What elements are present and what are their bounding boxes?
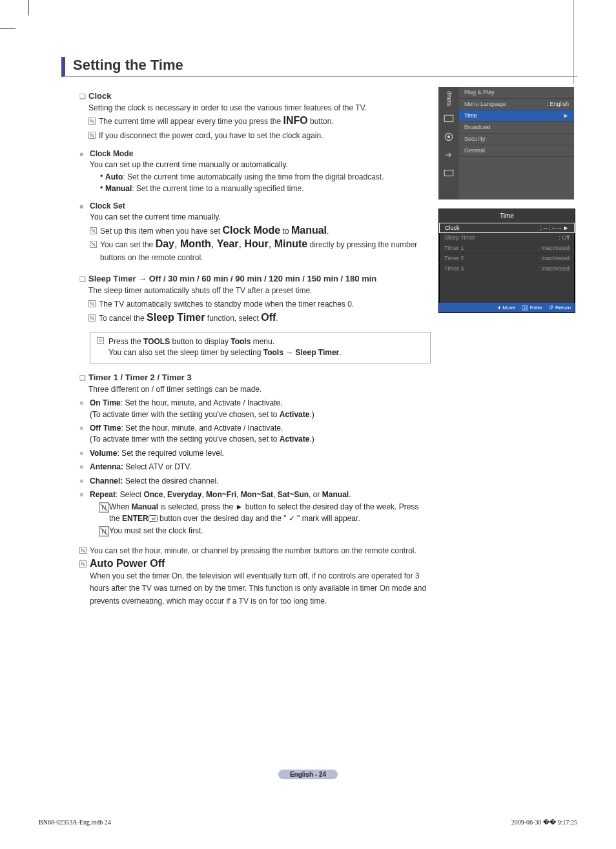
note-icon: N (88, 130, 99, 141)
heading-clock: Clock (88, 91, 431, 101)
left-column: ❏ Clock Setting the clock is necessary i… (61, 87, 438, 608)
enter-icon (149, 514, 158, 520)
crop-mark (573, 0, 574, 84)
osd-row: Timer 2: Inactivated (439, 254, 575, 264)
osd-return-hint: ↺ Return (549, 305, 571, 311)
gear-icon (443, 131, 455, 143)
crop-mark (28, 0, 29, 15)
text: To cancel the Sleep Timer function, sele… (99, 312, 431, 324)
svg-text:N: N (90, 315, 94, 321)
box-icon: ❏ (79, 275, 88, 325)
tools-icon (97, 337, 108, 359)
osd-time-menu: Time Clock: -- : -- -- ►Sleep Timer: Off… (438, 209, 575, 313)
box-icon: ❏ (79, 92, 88, 143)
osd-setup-menu: Setup Plug & PlayMenu Language: EnglishT… (438, 87, 574, 199)
osd-menu-item: Broadcast (459, 122, 574, 134)
section-clock-mode: ■ Clock Mode You can set up the current … (79, 149, 431, 195)
svg-text:N: N (81, 561, 85, 567)
note-icon: N (99, 502, 109, 524)
square-icon: ■ (79, 463, 90, 473)
text: Volume: Set the required volume level. (90, 448, 431, 459)
heading-sleep-timer: Sleep Timer → Off / 30 min / 60 min / 90… (88, 274, 431, 283)
svg-point-13 (99, 340, 102, 342)
manual-page: Setting the Time ❏ Clock Setting the clo… (0, 0, 616, 849)
svg-text:N: N (81, 547, 85, 553)
input-icon (443, 149, 455, 161)
square-icon: ■ (79, 399, 90, 420)
text: You can set the Day, Month, Year, Hour, … (100, 238, 431, 263)
text: •Auto: Set the current time automaticall… (98, 172, 431, 183)
svg-text:N: N (92, 241, 95, 247)
square-icon: ■ (79, 150, 90, 195)
text: The TV automatically switches to standby… (99, 298, 431, 310)
svg-text:N: N (92, 228, 95, 234)
osd-move-hint: ♦ Move (498, 305, 515, 311)
text: You can set the current time manually. (90, 212, 431, 223)
svg-text:N: N (90, 132, 94, 138)
square-icon: ■ (79, 424, 90, 445)
svg-rect-23 (444, 115, 453, 121)
heading-timers: Timer 1 / Timer 2 / Timer 3 (88, 373, 431, 382)
text: Antenna: Select ATV or DTV. (90, 462, 431, 473)
text: Off Time: Set the hour, minute, and Acti… (90, 423, 431, 445)
tools-tip-box: Press the TOOLS button to display Tools … (90, 332, 431, 363)
osd-row: Sleep Timer: Off (439, 233, 575, 243)
osd-menu-item: Security (459, 134, 574, 145)
crop-mark (0, 28, 15, 29)
right-column: Setup Plug & PlayMenu Language: EnglishT… (438, 87, 577, 608)
page-number: English - 24 (0, 768, 616, 779)
note-icon: N (90, 239, 100, 263)
svg-text:N: N (101, 504, 107, 511)
square-icon: ■ (79, 203, 90, 265)
section-sleep-timer: ❏ Sleep Timer → Off / 30 min / 60 min / … (79, 274, 431, 325)
print-timestamp: 2009-06-30 �� 9:17:25 (511, 819, 577, 826)
svg-text:N: N (90, 119, 94, 125)
osd-sidebar-label: Setup (446, 91, 452, 107)
text: You can set up the current time manually… (90, 159, 431, 170)
app-icon (443, 167, 455, 179)
text: Set up this item when you have set Clock… (100, 225, 431, 237)
square-icon: ■ (79, 449, 90, 459)
note-icon: N (90, 225, 100, 237)
note-icon: N (88, 116, 99, 127)
osd-menu-item: Plug & Play (459, 87, 574, 99)
text: Three different on / off timer settings … (88, 384, 431, 395)
osd-menu-item: Time► (459, 110, 574, 122)
section-clock-set: ■ Clock Set You can set the current time… (79, 201, 431, 265)
timer-options: ■On Time: Set the hour, minute, and Acti… (79, 398, 431, 541)
svg-text:N: N (101, 527, 107, 535)
note-icon: N (79, 545, 90, 557)
text: •Manual: Set the current time to a manua… (98, 183, 431, 194)
page-title: Setting the Time (61, 57, 577, 77)
text: When Manual is selected, press the ► but… (109, 502, 431, 524)
content-area: ❏ Clock Setting the clock is necessary i… (61, 87, 577, 608)
osd-menu-list: Plug & PlayMenu Language: EnglishTime►Br… (459, 87, 574, 199)
svg-rect-26 (444, 170, 453, 176)
print-footer: BN68-02353A-Eng.indb 24 2009-06-30 �� 9:… (39, 819, 577, 826)
text: Setting the clock is necessary in order … (88, 103, 431, 114)
osd-footer: ♦ Move Enter ↺ Return (439, 303, 575, 312)
text: You can set the hour, minute, or channel… (90, 544, 431, 557)
note-icon: N (99, 526, 109, 540)
osd-sidebar: Setup (438, 87, 459, 199)
text: You must set the clock first. (109, 526, 431, 540)
svg-text:N: N (90, 302, 94, 307)
svg-point-25 (447, 135, 451, 138)
text: If you disconnect the power cord, you ha… (99, 129, 431, 141)
text: The current time will appear every time … (99, 115, 431, 127)
osd-row: Timer 1: Inactivated (439, 243, 575, 254)
osd-row: Clock: -- : -- -- ► (439, 223, 575, 233)
osd-title: Time (439, 209, 575, 223)
picture-icon (443, 113, 455, 125)
text: Auto Power OffWhen you set the timer On,… (90, 558, 431, 607)
osd-menu-item: Menu Language: English (459, 99, 574, 110)
box-icon: ❏ (79, 374, 88, 395)
text: Channel: Select the desired channel. (90, 476, 431, 487)
svg-rect-27 (522, 305, 528, 309)
heading-clock-set: Clock Set (90, 201, 431, 210)
section-clock: ❏ Clock Setting the clock is necessary i… (79, 91, 431, 143)
square-icon: ■ (79, 491, 90, 542)
square-icon: ■ (79, 477, 90, 487)
text: The sleep timer automatically shuts off … (88, 285, 431, 296)
svg-rect-16 (149, 515, 157, 521)
